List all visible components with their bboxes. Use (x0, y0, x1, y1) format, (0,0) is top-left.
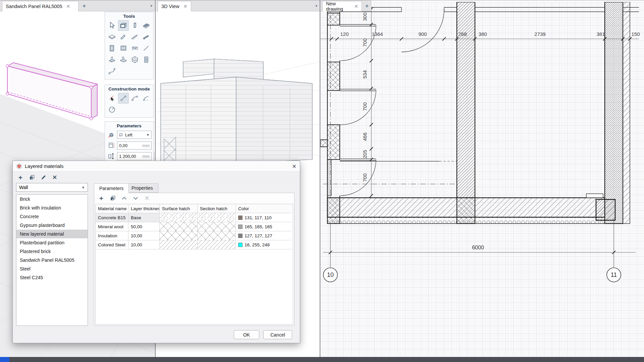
list-item[interactable]: Sandwich Panel RAL5005 (16, 256, 88, 264)
close-tab-icon[interactable]: ✕ (354, 4, 358, 9)
add-tab-button[interactable]: + (80, 3, 88, 9)
cell-layer-thickness[interactable]: 10,00 (128, 231, 160, 240)
duplicate-layer-button[interactable] (109, 194, 116, 202)
tab-new-drawing[interactable]: New drawing ✕ (322, 1, 362, 11)
cell-section-hatch-crosshatch[interactable] (198, 231, 236, 240)
list-item[interactable]: Steel C245 (16, 273, 88, 282)
move-layer-up-button[interactable] (120, 194, 128, 202)
tool-floor-button[interactable] (107, 32, 117, 42)
height-input[interactable]: 1 200,00 mm (117, 152, 152, 160)
dialog-title-bar[interactable]: Layered materials ✕ (13, 161, 300, 172)
tool-wall-foundation-button[interactable] (118, 54, 129, 65)
bottom-dimension: 6000 (323, 245, 636, 254)
tool-column-button[interactable] (129, 20, 140, 31)
mode-pick-line-button[interactable] (107, 93, 117, 104)
list-item[interactable]: Brick with insulation (16, 203, 88, 212)
column-icon (131, 21, 139, 29)
list-item[interactable]: Gypsum plasterboard (16, 221, 88, 230)
cell-color[interactable]: 131, 117, 110 (236, 213, 291, 222)
top-dimension-chain: 120 1364 900 268 380 2739 381 150 (320, 31, 640, 41)
tab-menu-icon[interactable]: ▾ (315, 4, 317, 8)
tab-menu-icon[interactable]: ▾ (150, 4, 152, 8)
delete-material-button[interactable]: ✕ (51, 174, 58, 181)
cell-material-name[interactable]: Insulation (96, 231, 128, 240)
cell-surface-hatch-diagonal[interactable] (160, 240, 198, 249)
mode-arc-button[interactable] (129, 93, 140, 104)
list-item[interactable]: Plastered brick (16, 247, 88, 256)
left-dimension-chain: 300 700 534 700 466 205 700 (362, 7, 373, 197)
mode-arc-tangent-button[interactable] (141, 93, 152, 104)
tab-parameters[interactable]: Parameters (94, 183, 129, 193)
cell-color[interactable]: 165, 165, 165 (236, 222, 291, 231)
column-header[interactable]: Surface hatch (160, 204, 198, 213)
cell-section-hatch-diagonal[interactable] (198, 240, 236, 249)
column-header[interactable]: Layer thickness (128, 204, 160, 213)
cell-section-hatch-crosshatch[interactable] (198, 222, 236, 231)
ok-button[interactable]: OK (234, 330, 259, 339)
drawing-grid-canvas[interactable]: 120 1364 900 268 380 2739 381 150 (320, 2, 644, 357)
cell-material-name[interactable]: Colored Steel (96, 240, 128, 249)
mode-segment-button[interactable] (118, 93, 129, 104)
tool-opening-button[interactable] (141, 54, 152, 65)
tool-select-button[interactable] (107, 20, 117, 31)
column-header[interactable]: Material name (96, 204, 128, 213)
tool-beam-button[interactable] (118, 32, 129, 42)
table-row[interactable]: Concrete B15 Base 131, 117, 110 (96, 213, 293, 222)
tool-route-button[interactable] (107, 66, 117, 76)
close-tab-icon[interactable]: ✕ (66, 4, 70, 9)
delete-layer-button[interactable]: ✕ (143, 194, 151, 202)
mode-circle-button[interactable] (107, 104, 117, 115)
drawing-view[interactable]: 120 1364 900 268 380 2739 381 150 (320, 0, 644, 357)
cell-section-hatch-concrete[interactable] (198, 213, 236, 222)
add-layer-button[interactable]: + (98, 194, 105, 202)
table-row[interactable]: Insulation 10,00 127, 127, 127 (96, 231, 293, 240)
roof-icon (142, 21, 150, 29)
column-header[interactable]: Section hatch (198, 204, 236, 213)
cell-color[interactable]: 127, 127, 127 (236, 231, 291, 240)
list-item[interactable]: Steel (16, 264, 88, 273)
tool-ramp-button[interactable] (141, 32, 152, 42)
offset-parameter-row: 0,00 mm (107, 141, 152, 150)
dim-label: 700 (362, 102, 368, 111)
tool-element-button[interactable] (129, 54, 140, 65)
side-select[interactable]: Left ▼ (117, 131, 152, 139)
list-item[interactable]: Brick (16, 195, 88, 203)
cell-layer-thickness[interactable]: 10,00 (128, 240, 160, 249)
cell-material-name[interactable]: Mineral wool (96, 222, 128, 231)
edit-material-button[interactable] (40, 174, 47, 181)
tool-plinth-button[interactable] (107, 54, 117, 65)
dialog-close-icon[interactable]: ✕ (292, 163, 297, 170)
pane-divider[interactable] (320, 0, 320, 357)
tool-roof-button[interactable] (141, 20, 152, 31)
cell-material-name[interactable]: Concrete B15 (96, 213, 128, 222)
tool-table-button[interactable] (129, 43, 140, 54)
category-select[interactable]: Wall ▼ (16, 183, 88, 192)
cell-layer-thickness[interactable]: 50,00 (128, 222, 160, 231)
tool-door-button[interactable] (107, 43, 117, 54)
tool-stair-button[interactable] (129, 32, 140, 42)
list-item[interactable]: Concrete (16, 212, 88, 221)
table-row[interactable]: Mineral wool 50,00 165, 165, 165 (96, 222, 293, 231)
tool-window-button[interactable] (118, 43, 129, 54)
cell-layer-thickness[interactable]: Base (128, 213, 160, 222)
cancel-button[interactable]: Cancel (263, 330, 292, 339)
duplicate-material-button[interactable] (28, 174, 36, 181)
table-row[interactable]: Colored Steel 10,00 16, 255, 248 (96, 240, 293, 249)
cell-surface-hatch-concrete[interactable] (160, 213, 198, 222)
offset-input[interactable]: 0,00 mm (117, 141, 152, 149)
tool-line-button[interactable] (141, 43, 152, 54)
add-tab-button[interactable]: + (363, 3, 371, 9)
list-item[interactable]: Plasterboard partition (16, 238, 88, 247)
list-item-selected[interactable]: New layered material (16, 230, 88, 238)
tab-3d-view[interactable]: 3D View ✕ (158, 1, 191, 11)
move-layer-down-button[interactable] (132, 194, 139, 202)
tab-properties[interactable]: Properties (126, 183, 158, 193)
column-header[interactable]: Color (236, 204, 291, 213)
add-material-button[interactable]: + (17, 174, 24, 181)
cell-surface-hatch-crosshatch[interactable] (160, 231, 198, 240)
tab-sandwich-panel[interactable]: Sandwich Panel RAL5005 ✕ (2, 1, 78, 11)
close-tab-icon[interactable]: ✕ (183, 4, 187, 9)
cell-color[interactable]: 16, 255, 248 (236, 240, 291, 249)
tool-wall-button[interactable] (118, 20, 129, 31)
cell-surface-hatch-crosshatch[interactable] (160, 222, 198, 231)
